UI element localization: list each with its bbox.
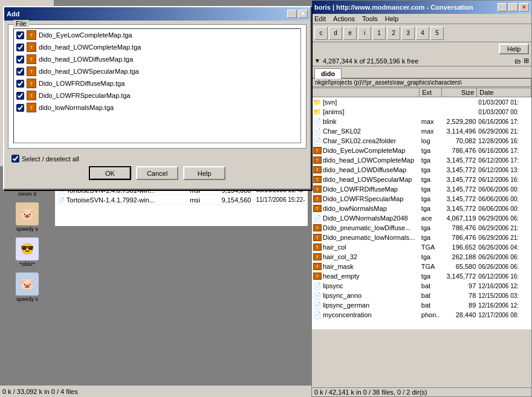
free-space-label: 4,287,344 k of 21,559,196 k free [323,57,418,65]
file-cell-name: T hair_col [312,244,420,251]
file-name: [svn] [323,98,337,106]
toolbar-btn-c[interactable]: c [314,27,328,40]
close-button[interactable]: ✕ [519,3,529,11]
dialog-help-button[interactable]: Help [183,166,225,180]
file-row[interactable]: T hair_col TGA 196,652 06/26/2006 04: [312,242,531,252]
file-row[interactable]: 📄 myconcentration phon.. 28,440 12/17/20… [312,310,531,320]
menu-edit[interactable]: Edit [314,15,326,22]
file-cell-date: 06/29/2006 21: [477,225,531,231]
cancel-button[interactable]: Cancel [136,166,178,180]
file-check-label-4: Dido_LOWFRDiffuseMap.tga [39,80,125,87]
file-name: dido_lowNormalsMap [323,205,387,212]
file-cell-name: T Dido_pneumatic_lowNormals... [312,234,420,241]
file-checkbox-4[interactable] [16,80,24,88]
file-row[interactable]: T dido_head_LOWCompleteMap tga 3,145,772… [312,155,531,165]
file-cell-name: 📄 myconcentration [312,311,420,319]
file-cell-date: 06/29/2006 06: [477,215,531,222]
file-row[interactable]: 📄 lipsync bat 97 12/16/2006 12: [312,281,531,291]
file-check-label-6: dido_lowNormalsMap.tga [39,104,114,111]
select-all-checkbox[interactable] [11,155,19,163]
toolbar-btn-4[interactable]: 4 [416,27,429,40]
file-cell-date: 06/06/2006 00: [477,196,531,202]
file-cell-size: 3,145,772 [442,157,477,164]
file-row[interactable]: T dido_head_LOWSpecularMap tga 3,145,772… [312,175,531,184]
file-row[interactable]: T Dido_EyeLowCompleteMap tga 786,476 06/… [312,146,531,155]
dialog-close-btn[interactable]: ✕ [298,10,308,18]
folder-icon: 📁 [313,108,322,116]
img-icon: T [313,176,322,183]
file-list-box[interactable]: T Dido_EyeLowCompleteMap.tga T dido_head… [13,28,301,143]
file-cell-date: 06/26/2006 06: [477,263,531,270]
file-name: lipsync_anno [323,292,362,299]
file-list-container[interactable]: Ext Size Date 📁 [svn] 01/03/2007 01: 📁 [… [312,88,531,329]
sidebar-item-2[interactable]: 😎 *obliz* [2,236,52,268]
file-cell-ext: phon.. [420,311,442,318]
col-date[interactable]: Date [477,88,531,97]
toolbar-btn-1[interactable]: 1 [372,27,386,40]
file-row[interactable]: 📄 lipsync_anno bat 78 12/15/2006 03: [312,291,531,300]
file-checkbox-3[interactable] [16,68,24,76]
file-row[interactable]: T dido_lowNormalsMap tga 3,145,772 06/06… [312,204,531,213]
path-icon2: ⊞ [524,57,529,65]
file-row[interactable]: T dido_head_LOWDiffuseMap tga 3,145,772 … [312,165,531,175]
tab-dido[interactable]: dido [314,68,342,79]
file-cell-name: T Dido_LOWFRDiffuseMap [312,186,420,193]
file-checkbox-6[interactable] [16,104,24,112]
help-button[interactable]: Help [499,44,529,54]
folder-icon: 📁 [313,98,322,106]
dialog-file-row: T dido_head_LOWCompleteMap.tga [14,41,300,53]
col-ext[interactable]: Ext [420,88,441,97]
toolbar-btn-e[interactable]: e [343,27,357,40]
sidebar-item-1[interactable]: 🐷 speedy s [2,201,52,233]
file-row[interactable]: 📄 Char_SKL02.crea2folder log 70,082 12/2… [312,136,531,146]
file-cell-size: 196,652 [442,244,477,251]
file-row[interactable]: T head_empty tga 3,145,772 06/12/2006 16… [312,271,531,281]
file-row[interactable]: T hair_mask TGA 65,580 06/26/2006 06: [312,262,531,271]
toolbar-btn-5[interactable]: 5 [430,27,444,40]
file-row[interactable]: 📁 [anims] 01/03/2007 00: [312,107,531,117]
file-row[interactable]: T Dido_LOWFRDiffuseMap tga 3,145,772 06/… [312,184,531,194]
menu-help[interactable]: Help [385,15,399,22]
img-icon: T [313,253,322,260]
toolbar-btn-d[interactable]: d [329,27,342,40]
menu-tools[interactable]: Tools [362,15,378,22]
file-row[interactable]: T Dido_pneumatic_lowNormals... tga 786,4… [312,233,531,242]
tsvn-row[interactable]: 📄 TortoiseSVN-1.4.1.7992-win... msi 9,15… [55,195,308,205]
file-checkbox-1[interactable] [16,44,24,51]
file-row[interactable]: 📄 Char_SKL02 max 3,114,496 06/29/2006 21… [312,126,531,136]
file-checkbox-0[interactable] [16,31,24,39]
file-row[interactable]: T Dido_pneumatic_lowDiffuse... tga 786,4… [312,223,531,233]
file-cell-date: 01/03/2007 01: [477,99,531,106]
dialog-minimize-btn[interactable]: _ [287,10,297,18]
file-row[interactable]: 📄 Dido_LOWNormalsMap2048 ace 4,067,119 0… [312,213,531,223]
file-cell-date: 06/12/2006 16: [477,273,531,280]
file-row[interactable]: 📄 blink max 2,529,280 06/16/2006 17: [312,117,531,126]
file-row[interactable]: 📄 lipsync_german bat 89 12/16/2006 12: [312,300,531,310]
file-name: Char_SKL02.crea2folder [323,137,396,144]
file-cell-date: 06/26/2006 06: [477,254,531,260]
file-cell-name: T dido_head_LOWSpecularMap [312,176,420,183]
file-name: hair_col [323,244,346,251]
file-icon: 📄 [313,137,322,145]
dialog-file-row: T Dido_LOWFRDiffuseMap.tga [14,77,300,89]
file-checkbox-2[interactable] [16,56,24,63]
file-cell-ext: TGA [420,263,442,270]
toolbar-btn-2[interactable]: 2 [387,27,400,40]
col-size[interactable]: Size [442,88,478,97]
toolbar-btn-3[interactable]: 3 [401,27,415,40]
file-row[interactable]: T hair_col_32 tga 262,188 06/26/2006 06: [312,252,531,262]
minimize-button[interactable]: _ [498,3,507,11]
file-cell-name: T hair_mask [312,263,420,270]
sidebar-item-3[interactable]: 🐷 speedy s [2,271,52,303]
menu-actions[interactable]: Actions [333,15,355,22]
file-cell-size: 3,145,772 [442,195,477,202]
ok-button[interactable]: OK [89,166,131,180]
file-path-bar: nkgirl\projects (p)\!!pr_assets\raw_grap… [312,78,531,87]
file-checkbox-5[interactable] [16,92,24,100]
maximize-button[interactable]: □ [508,3,518,11]
file-row[interactable]: T Dido_LOWFRSpecularMap tga 3,145,772 06… [312,194,531,204]
file-row[interactable]: 📁 [svn] 01/03/2007 01: [312,97,531,107]
toolbar-btn-i[interactable]: i [358,27,371,40]
file-check-label-0: Dido_EyeLowCompleteMap.tga [39,31,132,39]
file-list-header: Ext Size Date [312,88,531,97]
